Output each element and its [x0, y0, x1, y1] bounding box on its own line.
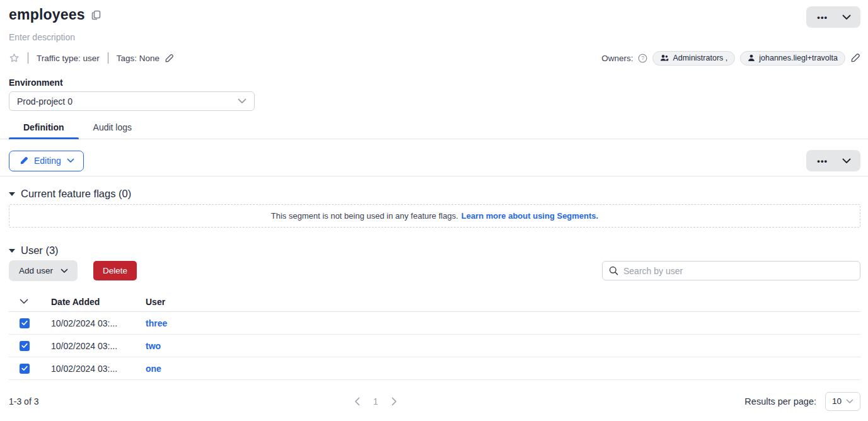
- delete-button[interactable]: Delete: [93, 261, 137, 280]
- results-per-page: Results per page: 10: [744, 392, 860, 411]
- page-number[interactable]: 1: [372, 395, 379, 408]
- results-per-page-label: Results per page:: [744, 396, 816, 407]
- cell-date-added: 10/02/2024 03:...: [51, 341, 146, 351]
- help-icon[interactable]: ?: [638, 54, 647, 63]
- svg-text:?: ?: [642, 55, 645, 61]
- toolbar-more-button[interactable]: •••: [806, 150, 836, 171]
- tab-audit-logs[interactable]: Audit logs: [79, 122, 146, 139]
- user-search: [602, 261, 860, 280]
- table-row: 10/02/2024 03:... three: [9, 312, 860, 335]
- add-user-button[interactable]: Add user: [9, 260, 78, 281]
- cell-date-added: 10/02/2024 03:...: [51, 318, 146, 328]
- meta-row: Traffic type: user Tags: None Owners: ? …: [0, 52, 868, 64]
- owner-chip-administrators[interactable]: Administrators ,: [652, 51, 735, 66]
- header-chevron-down-icon[interactable]: [836, 6, 860, 28]
- divider: [0, 176, 868, 176]
- user-section-heading: User (3): [21, 245, 59, 257]
- chevron-down-icon: [238, 98, 246, 104]
- tab-bar: Definition Audit logs: [0, 122, 868, 139]
- check-icon: [21, 366, 28, 371]
- table-header-row: Date Added User: [9, 292, 860, 312]
- edit-owners-pencil-icon[interactable]: [850, 53, 860, 63]
- previous-page-icon[interactable]: [353, 396, 361, 407]
- user-table: Date Added User 10/02/2024 03:... three …: [0, 292, 868, 380]
- toolbar-actions: •••: [806, 150, 860, 171]
- row-checkbox-checked[interactable]: [20, 318, 30, 328]
- traffic-type-label: Traffic type: user: [37, 54, 100, 63]
- tags-label: Tags: None: [117, 54, 159, 63]
- check-icon: [21, 320, 28, 326]
- empty-state-text: This segment is not being used in any fe…: [271, 211, 458, 221]
- editing-button[interactable]: Editing: [9, 151, 84, 171]
- segment-detail-page: employees ••• Enter description Traffic …: [0, 0, 868, 421]
- environment-label: Environment: [0, 78, 868, 88]
- user-link[interactable]: one: [146, 364, 161, 374]
- edit-tags-pencil-icon[interactable]: [165, 54, 174, 63]
- cell-date-added: 10/02/2024 03:...: [51, 364, 146, 374]
- chevron-down-icon: [67, 158, 74, 163]
- header-actions: •••: [806, 6, 860, 28]
- check-icon: [21, 343, 28, 349]
- table-row: 10/02/2024 03:... one: [9, 357, 860, 380]
- search-input[interactable]: [623, 266, 854, 276]
- owner-chip-label: johannes.liegl+travolta: [759, 54, 838, 62]
- header: employees •••: [0, 0, 868, 28]
- toolbar-chevron-down-icon[interactable]: [836, 150, 860, 171]
- segments-learn-more-link[interactable]: Learn more about using Segments.: [461, 211, 598, 221]
- user-link[interactable]: three: [146, 318, 167, 328]
- row-checkbox-checked[interactable]: [20, 364, 30, 374]
- user-link[interactable]: two: [146, 341, 161, 351]
- environment-selected-value: Prod-project 0: [17, 96, 72, 107]
- search-icon: [609, 266, 618, 275]
- owner-chip-user[interactable]: johannes.liegl+travolta: [740, 51, 845, 66]
- pencil-icon: [20, 156, 28, 165]
- row-checkbox-checked[interactable]: [20, 341, 30, 351]
- feature-flags-empty-state: This segment is not being used in any fe…: [9, 204, 860, 228]
- user-section-toggle[interactable]: User (3): [0, 245, 868, 257]
- copy-icon[interactable]: [91, 10, 101, 20]
- user-controls: Add user Delete: [0, 260, 868, 281]
- header-more-button[interactable]: •••: [806, 6, 836, 28]
- pager: 1: [353, 395, 398, 408]
- column-header-user: User: [146, 297, 860, 307]
- feature-flags-section-toggle[interactable]: Current feature flags (0): [0, 188, 868, 200]
- tab-definition[interactable]: Definition: [9, 122, 79, 139]
- per-page-value: 10: [832, 396, 842, 406]
- editing-label: Editing: [34, 156, 61, 166]
- divider: [108, 52, 108, 64]
- person-icon: [748, 54, 755, 62]
- per-page-select[interactable]: 10: [825, 392, 860, 411]
- environment-select[interactable]: Prod-project 0: [9, 91, 255, 111]
- divider: [28, 52, 28, 64]
- star-icon[interactable]: [9, 53, 20, 63]
- next-page-icon[interactable]: [390, 396, 398, 407]
- column-header-date-added: Date Added: [51, 297, 146, 307]
- collapse-triangle-icon: [9, 249, 15, 253]
- feature-flags-heading: Current feature flags (0): [21, 188, 131, 200]
- toolbar: Editing •••: [0, 150, 868, 171]
- chevron-down-icon: [61, 268, 68, 274]
- table-row: 10/02/2024 03:... two: [9, 335, 860, 357]
- collapse-triangle-icon: [9, 192, 15, 196]
- group-icon: [660, 54, 669, 62]
- owners-label: Owners:: [601, 54, 633, 63]
- results-range: 1-3 of 3: [9, 396, 38, 407]
- owner-chip-label: Administrators ,: [673, 54, 727, 62]
- add-user-label: Add user: [19, 266, 53, 275]
- select-all-chevron-down-icon[interactable]: [20, 299, 28, 304]
- page-title: employees: [9, 6, 85, 23]
- chevron-down-icon: [846, 399, 854, 404]
- description-placeholder[interactable]: Enter description: [0, 32, 868, 42]
- pagination-footer: 1-3 of 3 1 Results per page: 10: [0, 391, 868, 411]
